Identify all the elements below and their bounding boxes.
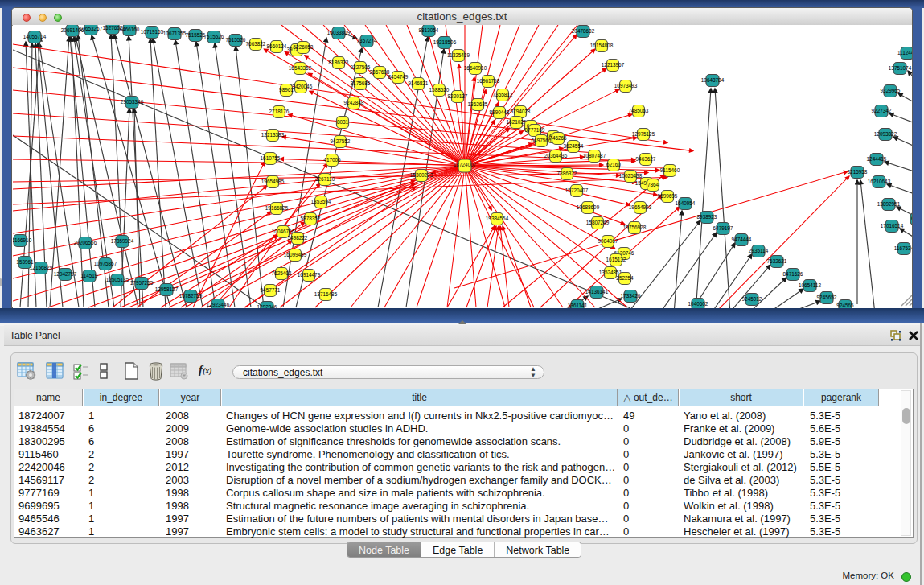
svg-text:16210643: 16210643 — [868, 179, 891, 184]
svg-text:1610755: 1610755 — [261, 155, 281, 161]
svg-text:16782759: 16782759 — [179, 293, 203, 299]
svg-text:8454749: 8454749 — [388, 74, 409, 80]
svg-text:7355812: 7355812 — [493, 92, 513, 97]
svg-text:8186323: 8186323 — [329, 60, 349, 65]
svg-text:18724007: 18724007 — [454, 162, 477, 167]
svg-text:19166825: 19166825 — [265, 205, 289, 211]
svg-text:7515526: 7515526 — [226, 37, 246, 43]
svg-text:1244415: 1244415 — [867, 156, 887, 162]
svg-text:2867608: 2867608 — [370, 69, 390, 75]
svg-text:29053346: 29053346 — [121, 99, 144, 105]
svg-text:1362635: 1362635 — [468, 101, 488, 107]
svg-text:2718176: 2718176 — [269, 109, 290, 114]
svg-text:1361141: 1361141 — [568, 303, 588, 308]
svg-text:20364436: 20364436 — [544, 153, 568, 159]
svg-text:11325419: 11325419 — [447, 52, 470, 58]
svg-text:1588520: 1588520 — [429, 87, 450, 93]
svg-text:16640910: 16640910 — [464, 65, 487, 71]
svg-text:6466160: 6466160 — [120, 27, 140, 32]
svg-text:5226058: 5226058 — [294, 44, 314, 50]
svg-text:3175685: 3175685 — [351, 80, 371, 86]
svg-text:746266: 746266 — [549, 135, 567, 141]
svg-text:9777169: 9777169 — [525, 127, 545, 133]
svg-text:10719155: 10719155 — [141, 29, 164, 35]
svg-text:16033809: 16033809 — [327, 30, 351, 35]
svg-text:7864: 7864 — [647, 182, 659, 187]
svg-text:5498222: 5498222 — [288, 235, 308, 241]
svg-text:19384554: 19384554 — [486, 216, 509, 221]
svg-text:114519: 114519 — [81, 273, 98, 278]
svg-text:1040602: 1040602 — [688, 301, 708, 307]
svg-text:7663822: 7663822 — [246, 41, 266, 47]
svg-text:1621025: 1621025 — [507, 119, 527, 125]
svg-text:3267110: 3267110 — [315, 176, 335, 182]
svg-text:1615132: 1615132 — [606, 257, 626, 262]
svg-text:7386372: 7386372 — [557, 171, 577, 176]
svg-text:9115460: 9115460 — [660, 167, 680, 173]
svg-text:13716485: 13716485 — [314, 291, 338, 297]
svg-text:12505135: 12505135 — [106, 277, 129, 282]
svg-text:1112448: 1112448 — [897, 50, 912, 56]
svg-text:7625402: 7625402 — [272, 270, 292, 276]
svg-text:9427552: 9427552 — [331, 138, 351, 144]
svg-text:12093822: 12093822 — [874, 131, 897, 137]
svg-text:9794028: 9794028 — [511, 109, 531, 114]
svg-text:9242848: 9242848 — [344, 100, 364, 105]
svg-text:1167534: 1167534 — [894, 245, 912, 251]
svg-text:16099489: 16099489 — [284, 252, 307, 257]
svg-text:15807249: 15807249 — [586, 220, 610, 225]
svg-text:1733426: 1733426 — [621, 293, 641, 299]
svg-text:13958127: 13958127 — [155, 286, 179, 292]
svg-text:8031: 8031 — [337, 119, 349, 125]
svg-text:9457771: 9457771 — [261, 287, 281, 293]
svg-text:153961: 153961 — [16, 259, 34, 265]
svg-text:10653267: 10653267 — [80, 26, 103, 31]
svg-text:19654985: 19654985 — [261, 179, 285, 184]
svg-text:19756928: 19756928 — [623, 225, 647, 230]
svg-text:1292346: 1292346 — [257, 304, 277, 308]
svg-text:10648784: 10648784 — [701, 77, 725, 83]
svg-text:12923446: 12923446 — [207, 302, 230, 307]
svg-text:10654112: 10654112 — [799, 282, 821, 288]
svg-text:13892951: 13892951 — [877, 201, 901, 207]
svg-text:19218506: 19218506 — [433, 39, 457, 45]
svg-text:20206556: 20206556 — [74, 240, 97, 245]
svg-text:7515526: 7515526 — [186, 32, 206, 38]
svg-text:8938923: 8938923 — [697, 214, 717, 220]
svg-text:16154808: 16154808 — [590, 43, 614, 48]
svg-text:12156829: 12156829 — [30, 265, 53, 270]
svg-text:10807487: 10807487 — [583, 153, 606, 159]
svg-text:8471626: 8471626 — [783, 271, 803, 277]
svg-text:9084067: 9084067 — [598, 238, 618, 244]
svg-text:7515526: 7515526 — [204, 34, 224, 39]
svg-text:12975125: 12975125 — [632, 131, 655, 137]
svg-text:14136141: 14136141 — [585, 289, 609, 295]
svg-text:17957255: 17957255 — [130, 280, 154, 286]
svg-text:17016514: 17016514 — [881, 223, 904, 229]
svg-text:20478682: 20478682 — [572, 28, 595, 34]
svg-text:7632621: 7632621 — [767, 258, 787, 264]
svg-text:14055714: 14055714 — [23, 34, 47, 39]
svg-text:924565: 924565 — [836, 303, 854, 308]
svg-text:12213383: 12213383 — [261, 132, 285, 138]
svg-text:13751074: 13751074 — [889, 65, 912, 71]
svg-text:9699695: 9699695 — [658, 193, 678, 199]
svg-text:98961: 98961 — [279, 87, 294, 93]
svg-text:6871: 6871 — [911, 216, 912, 221]
svg-text:10973493: 10973493 — [614, 83, 638, 89]
svg-text:7485063: 7485063 — [629, 108, 649, 113]
svg-text:12213967: 12213967 — [602, 62, 625, 68]
svg-text:12942757: 12942757 — [54, 271, 77, 277]
svg-text:62160: 62160 — [606, 162, 621, 167]
svg-text:8990448: 8990448 — [490, 109, 510, 115]
svg-text:10025438: 10025438 — [619, 173, 643, 179]
svg-text:16914479: 16914479 — [298, 272, 321, 278]
svg-text:7357274: 7357274 — [357, 38, 377, 43]
svg-text:26166910: 26166910 — [13, 237, 32, 243]
svg-text:1353594: 1353594 — [311, 199, 331, 204]
svg-text:6497566: 6497566 — [532, 138, 552, 143]
svg-text:9245652: 9245652 — [817, 295, 837, 300]
svg-text:8220137: 8220137 — [448, 93, 468, 99]
svg-text:6479197: 6479197 — [713, 225, 733, 231]
svg-text:9146821: 9146821 — [409, 80, 429, 86]
